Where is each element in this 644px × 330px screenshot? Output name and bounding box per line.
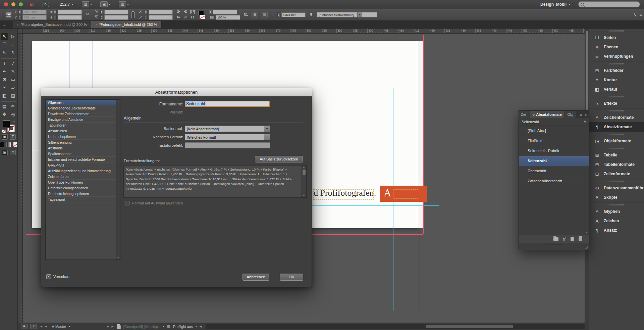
- flip-horizontal-icon[interactable]: ⇋: [175, 15, 181, 20]
- arrange-documents-control[interactable]: ▥ ▾: [119, 1, 128, 7]
- dialog-section-erweiterte-zeichenformate[interactable]: Erweiterte Zeichenformate: [46, 111, 116, 117]
- frame-fitting-icon[interactable]: ⩩: [308, 12, 314, 17]
- scroll-up-icon[interactable]: ▲: [117, 100, 119, 102]
- create-new-style-icon[interactable]: [571, 237, 574, 241]
- apply-to-selection-checkbox[interactable]: [125, 201, 130, 205]
- settings-scrollbar-thumb[interactable]: [303, 170, 306, 175]
- object-style-dropdown[interactable]: [Einfacher Grafikrahmen]+ ▼: [317, 12, 377, 17]
- dock-separator[interactable]: [589, 202, 644, 207]
- page-tool[interactable]: ❐: [1, 41, 8, 48]
- shortcut-field[interactable]: [185, 142, 270, 148]
- content-placer-tool[interactable]: ↰: [9, 49, 17, 56]
- style-seitenzahl[interactable]: Seitenzahl: [519, 156, 589, 166]
- apply-gradient-button[interactable]: [6, 142, 11, 147]
- controlbar-grip[interactable]: [2, 10, 4, 19]
- column-guide[interactable]: [93, 41, 93, 88]
- dock-item-seiten[interactable]: ❐ Seiten: [589, 33, 644, 42]
- eyedropper-tool[interactable]: ✑: [9, 103, 17, 110]
- stroke-swatch[interactable]: [200, 15, 205, 19]
- dock-separator[interactable]: [589, 61, 644, 66]
- dialog-section-tabulatoren[interactable]: Tabulatoren: [46, 123, 116, 128]
- new-style-group-icon[interactable]: [553, 237, 558, 241]
- column-guide[interactable]: [69, 41, 69, 88]
- last-page-icon[interactable]: ▶|: [112, 325, 114, 328]
- dialog-section-tagsexport[interactable]: Tagsexport: [46, 197, 116, 202]
- dock-separator[interactable]: [589, 94, 644, 99]
- live-preflight-icon[interactable]: ◉: [21, 324, 28, 329]
- opacity-field[interactable]: 100 %: [216, 15, 240, 20]
- scale-x-field[interactable]: [104, 10, 128, 14]
- style-settings-box[interactable]: [Kein Absatzformat] + nächstes: [Gleiche…: [123, 165, 307, 198]
- section-list-scrollbar[interactable]: ▲ ▼: [116, 100, 120, 260]
- panel-resize-grip[interactable]: [585, 246, 588, 249]
- next-style-dropdown[interactable]: [Gleiches Format] ▼: [185, 134, 270, 140]
- tab-objektformate[interactable]: Obj: [565, 111, 576, 118]
- link-dimensions-icon[interactable]: [131, 11, 135, 18]
- type-tool[interactable]: T: [1, 60, 8, 67]
- frame-tool[interactable]: ⊠: [1, 76, 8, 83]
- close-tab-icon[interactable]: ×: [17, 23, 19, 27]
- dialog-section-silbentrennung[interactable]: Silbentrennung: [46, 140, 116, 145]
- paragraph-composer-icon[interactable]: [P]: [190, 10, 196, 14]
- style-override-icon[interactable]: ϟ: [584, 120, 586, 124]
- style-zwischenueberschrift[interactable]: Zwischenüberschrift: [519, 176, 589, 186]
- dialog-section-spaltenspanne[interactable]: Spaltenspanne: [46, 151, 116, 157]
- dialog-section-umbruchoptionen[interactable]: Umbruchoptionen: [46, 134, 116, 140]
- search-input[interactable]: [578, 1, 640, 7]
- width-value-field[interactable]: [58, 10, 82, 14]
- horizontal-scrollbar-thumb[interactable]: [426, 325, 513, 328]
- zoom-tool[interactable]: ◎: [9, 111, 17, 118]
- content-collector-tool[interactable]: ↳: [1, 49, 8, 56]
- gradient-tool[interactable]: ◧: [1, 92, 8, 99]
- dialog-section-zeichenfarbe[interactable]: Zeichenfarbe: [46, 174, 116, 180]
- preflight-profile-dropdown[interactable]: [Grundprofil] (Arbeitsp... ▾: [123, 325, 164, 329]
- workspace-switcher[interactable]: Design_Mobil ▾: [540, 2, 570, 7]
- dock-item-verknuepfungen[interactable]: ∞ Verknüpfungen: [589, 52, 644, 61]
- next-page-icon[interactable]: ▶: [107, 325, 109, 328]
- horizontal-ruler[interactable]: 2953003053103153203253303353403453503553…: [23, 28, 585, 34]
- style-fliesstext[interactable]: Fließtext: [519, 136, 589, 146]
- style-seitentitel-rubrik[interactable]: Seitentitel - Rubrik: [519, 146, 589, 156]
- share-export-icon[interactable]: ↗: [30, 324, 37, 329]
- delete-style-icon[interactable]: [579, 237, 582, 241]
- dialog-section-grep-stil[interactable]: GREP-Stil: [46, 162, 116, 168]
- dock-separator[interactable]: [589, 28, 644, 33]
- reset-to-base-button[interactable]: Auf Basis zurücksetzen: [255, 156, 303, 162]
- width-stepper[interactable]: [54, 10, 57, 14]
- panel-menu-icon[interactable]: ≡: [585, 113, 587, 117]
- previous-page-icon[interactable]: ◀: [45, 325, 47, 328]
- cancel-button[interactable]: Abbrechen: [243, 274, 269, 281]
- dialog-section-grundlegende-zeichenformate[interactable]: Grundlegende Zeichenformate: [46, 105, 116, 111]
- y-stepper[interactable]: [18, 15, 21, 20]
- corner-options-icon[interactable]: ⌗: [270, 12, 276, 17]
- tool-separator[interactable]: [1, 57, 17, 59]
- hand-tool[interactable]: ✥: [1, 111, 8, 118]
- view-options-control[interactable]: ▦ ▾: [82, 1, 92, 7]
- note-tool[interactable]: ▤: [1, 103, 8, 110]
- zoom-window-button[interactable]: [19, 2, 23, 6]
- swap-fill-stroke-icon[interactable]: ⇄: [12, 120, 15, 123]
- dock-item-skripte[interactable]: S Skripte: [589, 193, 644, 202]
- dialog-section-opentype-funktionen[interactable]: OpenType-Funktionen: [46, 180, 116, 185]
- panel-menu-icon[interactable]: ≡: [639, 12, 642, 17]
- doc-tab-buchcover[interactable]: × *Fotoratgeber_Buchcover.indd @ 200 %: [13, 21, 91, 28]
- stroke-weight-field[interactable]: [213, 10, 237, 14]
- text-wrap-on-icon[interactable]: ▥: [261, 12, 268, 17]
- based-on-dropdown[interactable]: [Kein Absatzformat] ▼: [185, 126, 270, 132]
- apply-color-button[interactable]: [0, 142, 4, 147]
- constrain-proportions-icon[interactable]: ⚯: [85, 12, 91, 17]
- dock-item-glyphen[interactable]: A Glyphen: [589, 207, 644, 216]
- page-number-dropdown[interactable]: A-Master ▾: [50, 325, 104, 329]
- shear-tool[interactable]: ▱: [9, 84, 17, 91]
- text-frame-outline[interactable]: [313, 189, 374, 200]
- tools-panel-grip[interactable]: [5, 29, 13, 32]
- apply-none-button[interactable]: [13, 142, 17, 147]
- panel-drag-strip[interactable]: [519, 243, 589, 245]
- rotate-cw-icon[interactable]: ⟳: [175, 10, 181, 14]
- dock-item-datenzusammenfuehrung[interactable]: ⚙ Datenzusammenführ…: [589, 183, 644, 193]
- dock-separator[interactable]: [589, 108, 644, 113]
- dock-item-zeichenformate[interactable]: A Zeichenformate: [589, 113, 644, 122]
- y-value-field[interactable]: 289 mm: [22, 15, 47, 20]
- x-stepper[interactable]: [18, 10, 21, 14]
- scroll-left-icon[interactable]: ◀: [200, 325, 202, 328]
